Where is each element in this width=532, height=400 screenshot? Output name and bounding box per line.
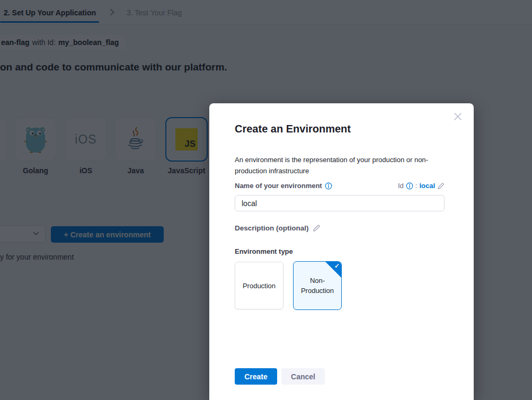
type-card-non-production-label: Non-Production bbox=[294, 275, 341, 296]
description-row: Description (optional) bbox=[235, 224, 321, 232]
type-card-production-label: Production bbox=[237, 281, 281, 291]
environment-type-options: Production Non-Production ✓ bbox=[235, 262, 342, 310]
environment-type-label: Environment type bbox=[235, 247, 293, 255]
close-icon[interactable] bbox=[453, 112, 463, 122]
modal-actions: Create Cancel bbox=[235, 368, 325, 385]
type-card-production[interactable]: Production bbox=[235, 262, 283, 309]
check-icon: ✓ bbox=[334, 262, 340, 270]
name-id-row: Name of your environment Id : local bbox=[235, 182, 445, 190]
name-label-text: Name of your environment bbox=[235, 182, 322, 190]
environment-name-input[interactable] bbox=[235, 195, 445, 211]
name-label: Name of your environment bbox=[235, 182, 332, 190]
description-label: Description (optional) bbox=[235, 224, 309, 232]
modal-title: Create an Environment bbox=[235, 123, 351, 135]
info-icon[interactable] bbox=[406, 182, 413, 190]
id-label: Id bbox=[398, 182, 404, 190]
info-icon[interactable] bbox=[325, 182, 332, 190]
create-button[interactable]: Create bbox=[235, 368, 277, 385]
type-card-non-production-selected[interactable]: Non-Production ✓ bbox=[293, 261, 342, 310]
cancel-button[interactable]: Cancel bbox=[281, 368, 325, 385]
edit-id-pencil-icon[interactable] bbox=[437, 182, 445, 190]
id-separator: : bbox=[415, 182, 418, 190]
edit-description-pencil-icon[interactable] bbox=[313, 224, 321, 232]
create-environment-modal: Create an Environment An environment is … bbox=[209, 103, 474, 400]
id-value: local bbox=[419, 182, 435, 190]
modal-description: An environment is the representation of … bbox=[235, 154, 447, 176]
app-screen: 2. Set Up Your Application 3. Test Your … bbox=[0, 0, 532, 400]
flag-id-group: Id : local bbox=[398, 182, 445, 190]
